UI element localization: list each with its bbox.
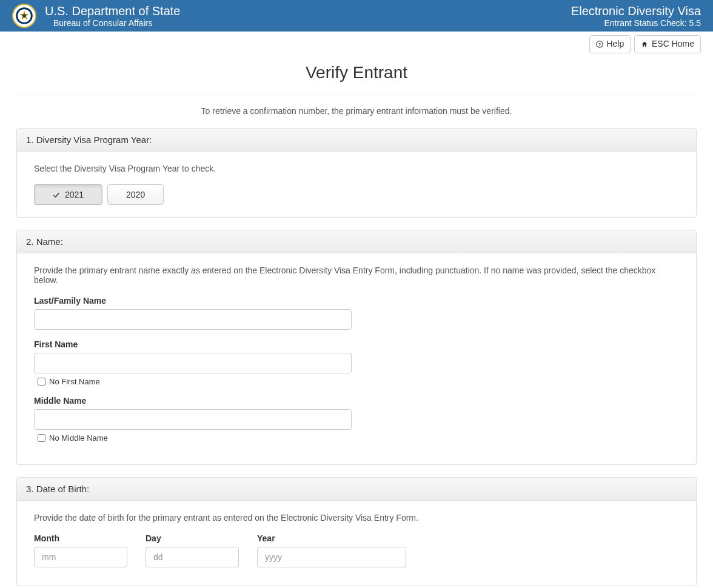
middle-name-label: Middle Name xyxy=(34,396,679,406)
dob-day-input[interactable] xyxy=(146,547,239,567)
panel-program-year-heading: 1. Diversity Visa Program Year: xyxy=(17,129,696,152)
app-title: Electronic Diversity Visa xyxy=(571,4,701,18)
middle-name-input[interactable] xyxy=(34,409,352,430)
dob-day-label: Day xyxy=(146,533,239,543)
department-name: U.S. Department of State xyxy=(45,4,571,18)
esc-home-button-label: ESC Home xyxy=(652,39,694,48)
bureau-name: Bureau of Consular Affairs xyxy=(45,18,571,28)
top-button-row: ? Help ESC Home xyxy=(0,32,713,57)
esc-home-button[interactable]: ESC Home xyxy=(634,35,701,53)
page-title: Verify Entrant xyxy=(16,63,697,82)
no-first-name-checkbox[interactable] xyxy=(38,378,45,386)
last-name-input[interactable] xyxy=(34,309,352,330)
panel-dob-desc: Provide the date of birth for the primar… xyxy=(34,513,679,523)
year-button-2021[interactable]: 2021 xyxy=(34,184,102,205)
svg-text:?: ? xyxy=(598,42,601,47)
help-button-label: Help xyxy=(606,39,624,48)
seal-icon xyxy=(12,4,36,28)
last-name-label: Last/Family Name xyxy=(34,296,679,306)
question-circle-icon: ? xyxy=(596,41,603,48)
panel-name: 2. Name: Provide the primary entrant nam… xyxy=(16,230,697,465)
no-middle-name-checkbox[interactable] xyxy=(38,434,45,442)
check-icon xyxy=(53,192,60,199)
app-subtitle: Entrant Status Check: 5.5 xyxy=(571,18,701,28)
help-button[interactable]: ? Help xyxy=(589,35,631,53)
year-button-2021-label: 2021 xyxy=(65,190,84,199)
no-first-name-label: No First Name xyxy=(49,377,100,386)
home-icon xyxy=(641,41,648,48)
panel-dob: 3. Date of Birth: Provide the date of bi… xyxy=(16,477,697,586)
separator xyxy=(16,95,697,95)
panel-dob-heading: 3. Date of Birth: xyxy=(17,478,696,501)
panel-program-year-desc: Select the Diversity Visa Program Year t… xyxy=(34,164,679,173)
year-button-2020-label: 2020 xyxy=(126,190,145,199)
intro-text: To retrieve a confirmation number, the p… xyxy=(16,106,697,116)
svg-point-2 xyxy=(23,15,26,18)
panel-name-desc: Provide the primary entrant name exactly… xyxy=(34,266,679,285)
dob-year-input[interactable] xyxy=(257,547,406,567)
site-header: U.S. Department of State Bureau of Consu… xyxy=(0,0,713,32)
no-middle-name-label: No Middle Name xyxy=(49,433,108,443)
dob-year-label: Year xyxy=(257,533,406,543)
dob-month-input[interactable] xyxy=(34,547,127,567)
year-button-group: 2021 2020 xyxy=(34,184,679,205)
dob-month-label: Month xyxy=(34,533,127,543)
first-name-input[interactable] xyxy=(34,353,352,373)
year-button-2020[interactable]: 2020 xyxy=(107,184,164,205)
panel-name-heading: 2. Name: xyxy=(17,230,696,253)
first-name-label: First Name xyxy=(34,339,679,349)
panel-program-year: 1. Diversity Visa Program Year: Select t… xyxy=(16,128,697,218)
